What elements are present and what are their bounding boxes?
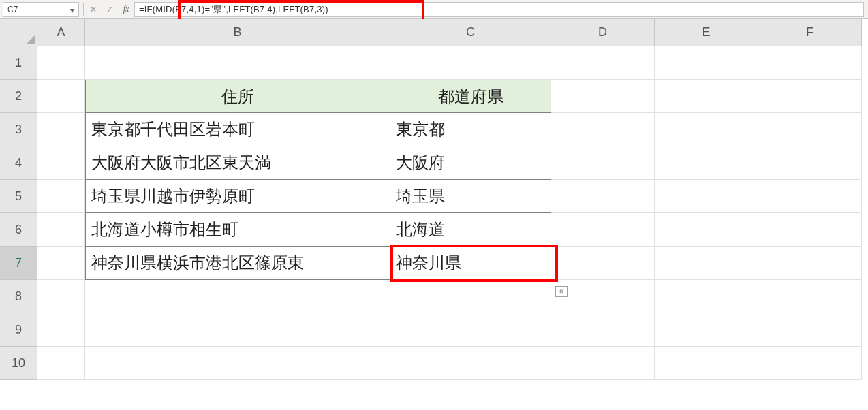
cell-B5[interactable]: 埼玉県川越市伊勢原町: [85, 180, 390, 213]
row-header-8[interactable]: 8: [0, 280, 37, 313]
cell-C9[interactable]: [390, 313, 551, 347]
cell-A4[interactable]: [37, 146, 85, 180]
header-address: 住所: [221, 86, 254, 108]
autofill-options-icon[interactable]: ⌗: [555, 286, 568, 297]
autofill-glyph: ⌗: [559, 287, 563, 296]
row-header-5[interactable]: 5: [0, 180, 37, 213]
cell-D7[interactable]: [551, 247, 655, 280]
cancel-button: ✕: [85, 2, 102, 17]
row-header-6[interactable]: 6: [0, 213, 37, 247]
cell-C3[interactable]: 東京都: [390, 113, 551, 146]
name-box[interactable]: C7 ▾: [3, 2, 79, 17]
cell-A7[interactable]: [37, 247, 85, 280]
row-header-7[interactable]: 7: [0, 247, 37, 280]
cell-value: 神奈川県横浜市港北区篠原東: [91, 252, 304, 274]
cell-C2[interactable]: 都道府県: [390, 80, 551, 113]
cell-D4[interactable]: [551, 146, 655, 180]
header-prefecture: 都道府県: [438, 86, 503, 108]
cell-C10[interactable]: [390, 347, 551, 380]
col-header-C[interactable]: C: [390, 19, 551, 46]
cell-F4[interactable]: [758, 146, 862, 180]
cell-value: 北海道小樽市相生町: [91, 219, 238, 240]
cell-B8[interactable]: [85, 280, 390, 313]
cell-C7[interactable]: 神奈川県: [390, 247, 551, 280]
formula-text: =IF(MID(B7,4,1)="県",LEFT(B7,4),LEFT(B7,3…: [139, 3, 328, 16]
cell-D3[interactable]: [551, 113, 655, 146]
cell-E7[interactable]: [655, 247, 758, 280]
spreadsheet-grid[interactable]: A B C D E F 1 2 住所 都道府県 3 東京都千代田区岩本町 東京都…: [0, 19, 868, 380]
cell-C5[interactable]: 埼玉県: [390, 180, 551, 213]
cell-E6[interactable]: [655, 213, 758, 247]
cell-B1[interactable]: [85, 46, 390, 80]
cell-B7[interactable]: 神奈川県横浜市港北区篠原東: [85, 247, 390, 280]
cell-D9[interactable]: [551, 313, 655, 347]
row-header-1[interactable]: 1: [0, 46, 37, 80]
col-header-A[interactable]: A: [37, 19, 85, 46]
cell-value: 埼玉県川越市伊勢原町: [91, 185, 255, 207]
cell-D5[interactable]: [551, 180, 655, 213]
cell-B9[interactable]: [85, 313, 390, 347]
col-header-E[interactable]: E: [655, 19, 758, 46]
cell-A6[interactable]: [37, 213, 85, 247]
cell-B10[interactable]: [85, 347, 390, 380]
select-all-corner[interactable]: [0, 19, 37, 46]
cell-C8[interactable]: [390, 280, 551, 313]
cell-D2[interactable]: [551, 80, 655, 113]
enter-button: ✓: [102, 2, 118, 17]
col-header-B[interactable]: B: [85, 19, 390, 46]
cell-value: 埼玉県: [396, 185, 445, 207]
cell-F9[interactable]: [758, 313, 862, 347]
cell-value: 神奈川県: [396, 252, 461, 274]
cell-value: 大阪府大阪市北区東天満: [91, 152, 271, 174]
cell-F10[interactable]: [758, 347, 862, 380]
cell-E4[interactable]: [655, 146, 758, 180]
cell-F3[interactable]: [758, 113, 862, 146]
cell-F1[interactable]: [758, 46, 862, 80]
row-header-9[interactable]: 9: [0, 313, 37, 347]
cell-A10[interactable]: [37, 347, 85, 380]
fx-label[interactable]: fx: [118, 4, 134, 14]
cell-E3[interactable]: [655, 113, 758, 146]
cell-C1[interactable]: [390, 46, 551, 80]
col-header-F[interactable]: F: [758, 19, 862, 46]
row-header-10[interactable]: 10: [0, 347, 37, 380]
cell-E8[interactable]: [655, 280, 758, 313]
check-icon: ✓: [106, 5, 113, 14]
cell-D1[interactable]: [551, 46, 655, 80]
cancel-icon: ✕: [90, 5, 97, 14]
cell-F6[interactable]: [758, 213, 862, 247]
cell-E9[interactable]: [655, 313, 758, 347]
cell-A3[interactable]: [37, 113, 85, 146]
cell-F2[interactable]: [758, 80, 862, 113]
cell-A2[interactable]: [37, 80, 85, 113]
cell-A8[interactable]: [37, 280, 85, 313]
cell-value: 北海道: [396, 219, 445, 240]
cell-F8[interactable]: [758, 280, 862, 313]
cell-D6[interactable]: [551, 213, 655, 247]
cell-B2[interactable]: 住所: [85, 80, 390, 113]
cell-B4[interactable]: 大阪府大阪市北区東天満: [85, 146, 390, 180]
cell-F7[interactable]: [758, 247, 862, 280]
cell-B3[interactable]: 東京都千代田区岩本町: [85, 113, 390, 146]
cell-A5[interactable]: [37, 180, 85, 213]
row-header-4[interactable]: 4: [0, 146, 37, 180]
name-box-dropdown-icon[interactable]: ▾: [70, 5, 77, 14]
cell-E2[interactable]: [655, 80, 758, 113]
row-header-2[interactable]: 2: [0, 80, 37, 113]
cell-value: 大阪府: [396, 152, 445, 174]
cell-C4[interactable]: 大阪府: [390, 146, 551, 180]
cell-A1[interactable]: [37, 46, 85, 80]
row-header-3[interactable]: 3: [0, 113, 37, 146]
cell-B6[interactable]: 北海道小樽市相生町: [85, 213, 390, 247]
col-header-D[interactable]: D: [551, 19, 655, 46]
cell-E10[interactable]: [655, 347, 758, 380]
cell-F5[interactable]: [758, 180, 862, 213]
cell-E5[interactable]: [655, 180, 758, 213]
cell-D10[interactable]: [551, 347, 655, 380]
cell-value: 東京都: [396, 119, 445, 140]
cell-C6[interactable]: 北海道: [390, 213, 551, 247]
cell-A9[interactable]: [37, 313, 85, 347]
cell-E1[interactable]: [655, 46, 758, 80]
name-box-value: C7: [7, 5, 18, 14]
formula-input[interactable]: =IF(MID(B7,4,1)="県",LEFT(B7,4),LEFT(B7,3…: [134, 2, 864, 17]
